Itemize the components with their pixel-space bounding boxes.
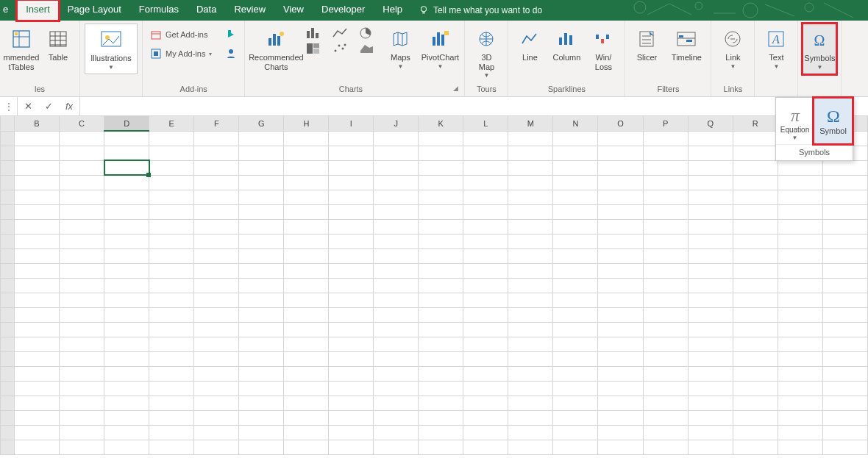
cell[interactable]	[419, 351, 463, 366]
cell[interactable]	[14, 307, 59, 322]
column-header[interactable]: B	[14, 116, 59, 131]
cell[interactable]	[194, 175, 239, 190]
cell[interactable]	[104, 381, 149, 396]
cell[interactable]	[688, 160, 733, 175]
equation-button[interactable]: π Equation ▼	[776, 98, 814, 144]
cell[interactable]	[598, 190, 643, 204]
cell[interactable]	[284, 219, 329, 234]
cell[interactable]	[508, 440, 553, 454]
cell[interactable]	[194, 322, 239, 337]
cell[interactable]	[822, 263, 867, 278]
cell[interactable]	[778, 278, 822, 293]
maps-button[interactable]: Maps ▼	[383, 24, 417, 73]
cell[interactable]	[778, 204, 822, 219]
cell[interactable]	[688, 381, 733, 396]
cell[interactable]	[149, 322, 194, 337]
cell[interactable]	[508, 204, 553, 219]
cell[interactable]	[239, 146, 284, 160]
cell[interactable]	[508, 410, 553, 425]
cell[interactable]	[239, 440, 284, 454]
cell[interactable]	[104, 293, 149, 307]
cell[interactable]	[419, 234, 463, 248]
column-header[interactable]: K	[419, 116, 463, 131]
cell[interactable]	[598, 175, 643, 190]
cell[interactable]	[598, 219, 643, 234]
cell[interactable]	[374, 410, 419, 425]
cell[interactable]	[194, 307, 239, 322]
cell[interactable]	[419, 248, 463, 263]
cell[interactable]	[553, 175, 598, 190]
cell[interactable]	[149, 146, 194, 160]
cell[interactable]	[598, 322, 643, 337]
cell[interactable]	[149, 307, 194, 322]
cell[interactable]	[239, 175, 284, 190]
cell[interactable]	[463, 440, 508, 454]
tab-insert[interactable]: Insert	[17, 0, 59, 21]
cell[interactable]	[104, 146, 149, 160]
cell[interactable]	[463, 278, 508, 293]
cell[interactable]	[149, 219, 194, 234]
cell[interactable]	[374, 248, 419, 263]
cell[interactable]	[329, 381, 374, 396]
cell[interactable]	[419, 204, 463, 219]
cell[interactable]	[508, 234, 553, 248]
cell[interactable]	[419, 366, 463, 381]
cell[interactable]	[329, 263, 374, 278]
row-header[interactable]	[1, 219, 15, 234]
cell[interactable]	[60, 278, 104, 293]
cell[interactable]	[733, 440, 778, 454]
cell[interactable]	[688, 396, 733, 410]
cell[interactable]	[598, 351, 643, 366]
cell[interactable]	[688, 219, 733, 234]
cell[interactable]	[374, 131, 419, 146]
cell[interactable]	[553, 410, 598, 425]
cell[interactable]	[419, 190, 463, 204]
cell[interactable]	[733, 160, 778, 175]
cell[interactable]	[508, 381, 553, 396]
cell[interactable]	[733, 337, 778, 351]
cell[interactable]	[149, 425, 194, 440]
column-header[interactable]: L	[463, 116, 508, 131]
cell[interactable]	[688, 175, 733, 190]
cell[interactable]	[284, 278, 329, 293]
cell[interactable]	[60, 248, 104, 263]
cell[interactable]	[463, 234, 508, 248]
cell[interactable]	[688, 204, 733, 219]
cell[interactable]	[239, 234, 284, 248]
cell[interactable]	[508, 190, 553, 204]
cell[interactable]	[239, 337, 284, 351]
cell[interactable]	[822, 278, 867, 293]
column-header[interactable]: P	[643, 116, 688, 131]
cell[interactable]	[598, 234, 643, 248]
column-chart-icon[interactable]	[305, 26, 327, 40]
cell[interactable]	[733, 131, 778, 146]
cell[interactable]	[14, 146, 59, 160]
cell[interactable]	[598, 131, 643, 146]
cell[interactable]	[733, 410, 778, 425]
cell[interactable]	[329, 204, 374, 219]
column-header[interactable]: R	[733, 116, 778, 131]
scatter-chart-icon[interactable]	[332, 42, 354, 55]
cell[interactable]	[822, 337, 867, 351]
cell[interactable]	[14, 219, 59, 234]
cell[interactable]	[419, 307, 463, 322]
cell[interactable]	[643, 278, 688, 293]
cell[interactable]	[733, 307, 778, 322]
cell[interactable]	[643, 131, 688, 146]
row-header[interactable]	[1, 131, 15, 146]
cell[interactable]	[14, 160, 59, 175]
column-header[interactable]: N	[553, 116, 598, 131]
cell[interactable]	[463, 396, 508, 410]
cell[interactable]	[463, 263, 508, 278]
cell[interactable]	[194, 396, 239, 410]
cell[interactable]	[329, 425, 374, 440]
cell[interactable]	[194, 131, 239, 146]
recommended-pivot-tables-button[interactable]: mmendedtTables	[4, 24, 38, 74]
cell[interactable]	[553, 190, 598, 204]
cell[interactable]	[598, 307, 643, 322]
cell[interactable]	[194, 278, 239, 293]
cell[interactable]	[374, 219, 419, 234]
cell[interactable]	[284, 381, 329, 396]
cell[interactable]	[284, 396, 329, 410]
cell[interactable]	[374, 366, 419, 381]
